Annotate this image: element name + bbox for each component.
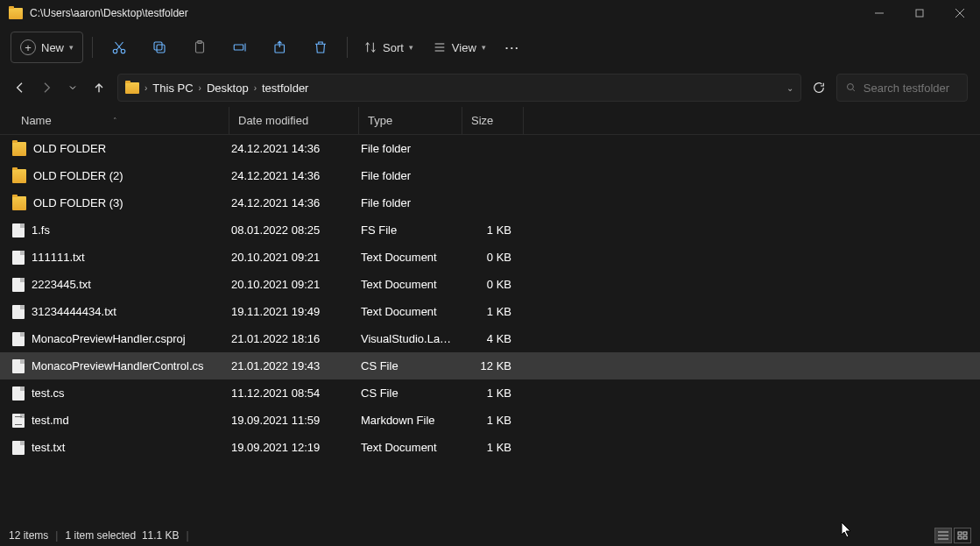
- file-type: Markdown File: [361, 414, 435, 427]
- svg-rect-24: [963, 532, 967, 535]
- file-name: 2223445.txt: [32, 278, 91, 291]
- new-label: New: [41, 41, 64, 54]
- file-type: File folder: [361, 196, 411, 209]
- new-button[interactable]: + New ▾: [11, 32, 83, 63]
- header-type[interactable]: Type: [359, 107, 462, 134]
- svg-rect-26: [963, 536, 967, 539]
- refresh-button[interactable]: [812, 81, 826, 95]
- status-selection: 1 item selected: [65, 529, 136, 542]
- table-row[interactable]: MonacoPreviewHandlerControl.cs21.01.2022…: [0, 352, 980, 379]
- chevron-right-icon: ›: [145, 83, 147, 93]
- svg-rect-12: [234, 45, 243, 50]
- file-icon: [12, 386, 25, 401]
- search-box[interactable]: [836, 74, 968, 102]
- file-date: 19.09.2021 12:19: [231, 441, 320, 454]
- header-date[interactable]: Date modified: [229, 107, 359, 134]
- svg-line-6: [116, 42, 123, 50]
- breadcrumb[interactable]: Desktop: [207, 82, 249, 95]
- paste-button[interactable]: [182, 32, 217, 63]
- table-row[interactable]: test.md19.09.2021 11:59Markdown File1 KB: [0, 407, 980, 434]
- file-date: 24.12.2021 14:36: [231, 142, 320, 155]
- chevron-down-icon: ▾: [69, 43, 74, 52]
- table-row[interactable]: 111111.txt20.10.2021 09:21Text Document0…: [0, 244, 980, 271]
- file-date: 20.10.2021 09:21: [231, 251, 320, 264]
- file-size: 0 KB: [487, 278, 511, 291]
- sort-button[interactable]: Sort ▾: [356, 32, 420, 63]
- file-name: OLD FOLDER (2): [33, 169, 123, 182]
- file-type: FS File: [361, 223, 397, 237]
- status-bar: 12 items | 1 item selected 11.1 KB |: [0, 525, 980, 546]
- file-name: OLD FOLDER: [33, 142, 106, 155]
- file-icon: [12, 441, 25, 455]
- recent-button[interactable]: [65, 82, 81, 93]
- chevron-down-icon[interactable]: ⌄: [786, 83, 793, 93]
- file-icon: [12, 414, 25, 428]
- chevron-right-icon: ›: [199, 83, 201, 93]
- table-row[interactable]: test.txt19.09.2021 12:19Text Document1 K…: [0, 434, 980, 461]
- breadcrumb[interactable]: This PC: [152, 82, 193, 95]
- view-label: View: [452, 41, 476, 54]
- file-type: Text Document: [361, 251, 437, 264]
- file-name: OLD FOLDER (3): [33, 196, 123, 209]
- table-row[interactable]: 2223445.txt20.10.2021 09:21Text Document…: [0, 271, 980, 298]
- file-name: MonacoPreviewHandler.csproj: [32, 332, 186, 345]
- breadcrumb[interactable]: testfolder: [262, 82, 308, 95]
- table-row[interactable]: 1.fs08.01.2022 08:25FS File1 KB: [0, 216, 980, 244]
- svg-line-7: [116, 42, 123, 50]
- titlebar: C:\Users\aaron\Desktop\testfolder: [0, 0, 980, 26]
- view-icon: [433, 40, 447, 54]
- header-size[interactable]: Size: [462, 107, 524, 134]
- up-button[interactable]: [91, 81, 107, 95]
- back-button[interactable]: [12, 81, 28, 95]
- window-title: C:\Users\aaron\Desktop\testfolder: [30, 7, 859, 19]
- close-button[interactable]: [940, 0, 980, 26]
- table-row[interactable]: OLD FOLDER (2)24.12.2021 14:36File folde…: [0, 162, 980, 189]
- table-row[interactable]: test.cs11.12.2021 08:54CS File1 KB: [0, 379, 980, 407]
- header-name[interactable]: Name˄: [12, 107, 229, 134]
- separator: [347, 37, 348, 58]
- address-bar[interactable]: › This PC › Desktop › testfolder ⌄: [117, 74, 801, 102]
- table-row[interactable]: OLD FOLDER (3)24.12.2021 14:36File folde…: [0, 189, 980, 216]
- copy-button[interactable]: [142, 32, 177, 63]
- thumbnails-view-button[interactable]: [954, 528, 971, 543]
- file-type: Text Document: [361, 305, 437, 318]
- maximize-button[interactable]: [899, 0, 940, 26]
- file-icon: [12, 223, 25, 238]
- svg-rect-23: [958, 532, 962, 535]
- file-type: File folder: [361, 142, 411, 155]
- window-controls: [859, 0, 980, 26]
- file-date: 20.10.2021 09:21: [231, 278, 320, 291]
- file-name: 1.fs: [32, 223, 50, 237]
- search-input[interactable]: [864, 82, 958, 95]
- share-button[interactable]: [263, 32, 298, 63]
- more-button[interactable]: ···: [498, 32, 527, 63]
- table-row[interactable]: MonacoPreviewHandler.csproj21.01.2022 18…: [0, 325, 980, 352]
- sort-label: Sort: [383, 41, 404, 54]
- table-row[interactable]: 31234444434.txt19.11.2021 19:49Text Docu…: [0, 298, 980, 325]
- folder-icon: [12, 196, 26, 210]
- file-size: 1 KB: [487, 441, 511, 454]
- minimize-button[interactable]: [859, 0, 899, 26]
- delete-button[interactable]: [303, 32, 338, 63]
- chevron-down-icon: ▾: [482, 43, 486, 52]
- status-size: 11.1 KB: [142, 529, 180, 542]
- cut-button[interactable]: [102, 32, 137, 63]
- forward-button[interactable]: [39, 81, 54, 95]
- toolbar: + New ▾ Sort ▾ View ▾ ···: [0, 26, 980, 68]
- chevron-right-icon: ›: [254, 83, 257, 93]
- file-date: 19.09.2021 11:59: [231, 414, 320, 427]
- separator: |: [55, 529, 58, 542]
- details-view-button[interactable]: [934, 528, 952, 543]
- file-type: CS File: [361, 359, 398, 372]
- sort-icon: [363, 40, 377, 54]
- rename-button[interactable]: [222, 32, 257, 63]
- separator: [92, 37, 93, 58]
- file-size: 1 KB: [487, 305, 511, 318]
- file-size: 1 KB: [487, 414, 511, 427]
- file-name: test.md: [32, 414, 69, 427]
- folder-icon: [9, 8, 23, 19]
- view-button[interactable]: View ▾: [426, 32, 493, 63]
- folder-icon: [12, 142, 26, 156]
- view-toggle: [934, 528, 971, 543]
- table-row[interactable]: OLD FOLDER24.12.2021 14:36File folder: [0, 135, 980, 162]
